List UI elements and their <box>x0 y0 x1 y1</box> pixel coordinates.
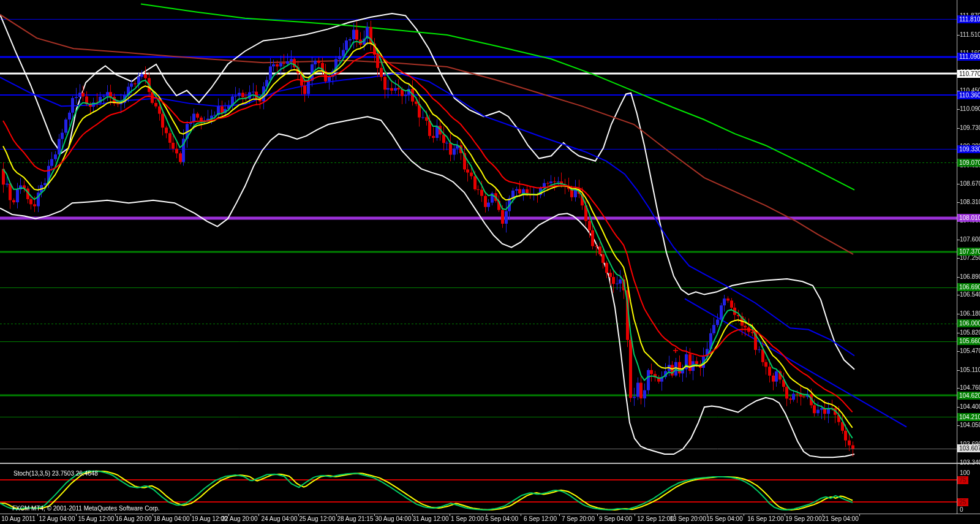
price-tick-label: 106.180 <box>960 310 980 317</box>
price-level-badge: 105.660 <box>957 337 980 345</box>
price-tick-label: 105.470 <box>960 347 980 355</box>
time-tick-label: 30 Aug 04:00 <box>375 515 412 522</box>
time-tick-label: 12 Aug 04:00 <box>39 515 75 522</box>
price-tick-label: 103.340 <box>960 459 980 466</box>
price-axis[interactable]: 111.870111.510111.160110.800110.450110.0… <box>957 0 980 514</box>
price-tick-label: 108.670 <box>960 180 980 188</box>
price-level-badge: 111.090 <box>957 53 980 61</box>
time-tick-label: 15 Sep 04:00 <box>706 515 743 522</box>
price-tick-label: 107.600 <box>960 236 980 243</box>
price-tick-label: 110.090 <box>960 105 980 113</box>
price-level-badge: 109.070 <box>957 159 980 167</box>
price-tick-label: 111.510 <box>960 31 980 39</box>
stoch-level-badge: 75 <box>957 476 968 484</box>
time-tick-label: 31 Aug 12:00 <box>413 515 449 522</box>
price-level-badge: 106.690 <box>957 283 980 291</box>
price-level-badge: 103.607 <box>957 444 980 452</box>
time-tick-label: 25 Aug 12:00 <box>300 515 336 522</box>
price-tick-label: 105.820 <box>960 329 980 336</box>
time-tick-label: 19 Sep 20:00 <box>785 515 822 522</box>
price-level-badge: 111.810 <box>957 15 980 23</box>
price-level-badge: 104.210 <box>957 413 980 421</box>
copyright-text: FXCM MT4, © 2001-2011 MetaQuotes Softwar… <box>12 505 160 512</box>
time-tick-label: 12 Sep 12:00 <box>637 515 674 522</box>
stochastic-indicator-label: Stoch(13,3,5) 23.7503 26.4648 <box>13 470 98 477</box>
time-tick-label: 18 Aug 04:00 <box>154 515 190 522</box>
time-tick-label: 21 Sep 04:00 <box>822 515 859 522</box>
mt4-chart-window: 111.870111.510111.160110.800110.450110.0… <box>0 0 980 524</box>
time-tick-label: 10 Aug 2011 <box>1 515 35 522</box>
time-tick-label: 16 Aug 20:00 <box>116 515 152 522</box>
time-tick-label: 28 Aug 21:15 <box>337 515 374 522</box>
time-tick-label: 16 Sep 12:00 <box>747 515 784 522</box>
stoch-level-badge: 25 <box>957 498 968 506</box>
price-level-badge: 106.000 <box>957 319 980 327</box>
price-tick-label: 104.400 <box>960 403 980 411</box>
price-level-badge: 107.370 <box>957 248 980 256</box>
price-tick-label: 106.540 <box>960 291 980 298</box>
price-tick-label: 104.050 <box>960 422 980 429</box>
time-tick-label: 15 Aug 12:00 <box>78 515 115 522</box>
price-level-badge: 110.770 <box>957 70 980 78</box>
time-tick-label: 6 Sep 12:00 <box>524 515 557 522</box>
time-tick-label: 1 Sep 20:00 <box>451 515 484 522</box>
chart-canvas[interactable] <box>0 0 980 524</box>
time-tick-label: 9 Sep 04:00 <box>599 515 632 522</box>
price-level-badge: 108.010 <box>957 214 980 222</box>
price-level-badge: 104.620 <box>957 392 980 400</box>
time-tick-label: 7 Sep 20:00 <box>562 515 595 522</box>
price-tick-label: 104.760 <box>960 384 980 392</box>
stoch-scale-label: 0 <box>960 506 963 514</box>
time-tick-label: 22 Aug 20:00 <box>222 515 258 522</box>
price-level-badge: 110.360 <box>957 91 980 99</box>
price-tick-label: 109.730 <box>960 124 980 132</box>
time-tick-label: 5 Sep 04:00 <box>485 515 518 522</box>
time-axis[interactable]: 10 Aug 201112 Aug 04:0015 Aug 12:0016 Au… <box>0 514 980 524</box>
time-tick-label: 24 Aug 04:00 <box>262 515 298 522</box>
price-level-badge: 109.330 <box>957 145 980 153</box>
price-tick-label: 105.110 <box>960 366 980 374</box>
price-tick-label: 108.310 <box>960 199 980 206</box>
time-tick-label: 13 Sep 20:00 <box>669 515 706 522</box>
price-tick-label: 106.890 <box>960 273 980 281</box>
